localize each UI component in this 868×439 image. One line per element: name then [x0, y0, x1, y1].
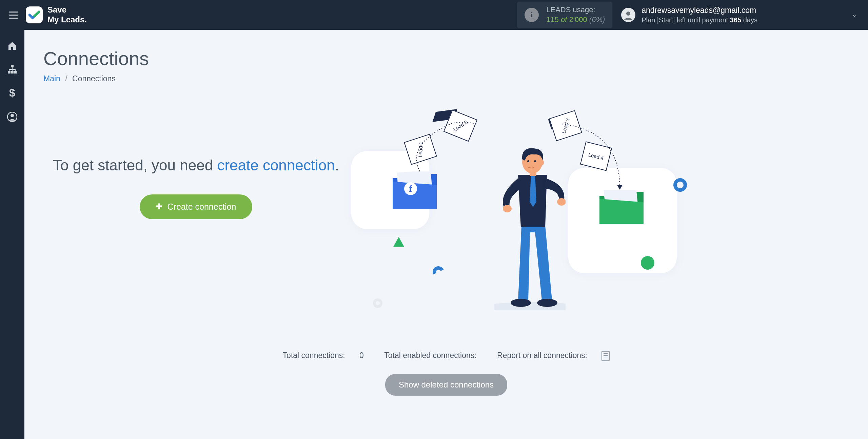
sitemap-icon[interactable] [6, 64, 18, 75]
page-title: Connections [43, 47, 849, 69]
menu-toggle[interactable] [7, 8, 20, 22]
show-deleted-button[interactable]: Show deleted connections [385, 374, 507, 396]
avatar-icon [621, 8, 635, 22]
chevron-down-icon: ⌄ [852, 12, 858, 18]
facebook-icon: f [404, 182, 417, 195]
logo-text: SaveMy Leads. [47, 5, 87, 25]
enabled-connections: Total enabled connections: [384, 351, 476, 360]
file-icon[interactable] [601, 351, 610, 361]
svg-text:$: $ [9, 88, 15, 99]
svg-point-7 [11, 114, 14, 117]
svg-point-0 [626, 12, 630, 16]
breadcrumb: Main / Connections [43, 74, 849, 83]
svg-rect-3 [11, 71, 14, 74]
sidebar: $ [0, 30, 24, 439]
plus-icon: ✚ [156, 202, 162, 211]
home-icon[interactable] [6, 40, 18, 51]
svg-point-13 [503, 205, 512, 212]
person-illustration [494, 141, 566, 310]
svg-point-12 [537, 299, 557, 307]
svg-point-14 [557, 198, 566, 206]
total-connections: Total connections: 0 [277, 351, 370, 360]
info-icon[interactable]: i [525, 8, 539, 22]
create-connection-link[interactable]: create connection [217, 157, 335, 173]
svg-point-18 [527, 160, 529, 162]
svg-rect-1 [11, 65, 14, 67]
hamburger-icon [9, 12, 18, 19]
checkmark-icon [28, 11, 40, 19]
create-connection-button[interactable]: ✚ Create connection [140, 194, 253, 219]
main-content: Connections Main / Connections To get st… [24, 30, 868, 439]
usage-label: LEADS usage: [546, 5, 605, 15]
svg-rect-2 [8, 71, 11, 74]
breadcrumb-current: Connections [72, 74, 116, 83]
report-connections: Report on all connections: [491, 351, 616, 360]
user-info: andrewsavemyleads@gmail.com Plan |Start|… [642, 5, 757, 24]
cta-text: To get started, you need create connecti… [43, 154, 349, 176]
folder-target-icon [599, 190, 644, 224]
header: SaveMy Leads. i LEADS usage: 115 of 2'00… [0, 0, 868, 30]
stats-row: Total connections: 0 Total enabled conne… [43, 351, 849, 361]
breadcrumb-main[interactable]: Main [43, 74, 60, 83]
user-icon[interactable] [6, 111, 18, 123]
user-email: andrewsavemyleads@gmail.com [642, 5, 757, 16]
svg-rect-4 [14, 71, 17, 74]
user-plan: Plan |Start| left until payment 365 days [642, 16, 757, 24]
usage-box: i LEADS usage: 115 of 2'000 (6%) [517, 2, 612, 28]
dollar-icon[interactable]: $ [6, 87, 18, 99]
svg-point-19 [534, 160, 536, 162]
user-menu[interactable]: andrewsavemyleads@gmail.com Plan |Start|… [621, 5, 858, 24]
illustration: f Lead 1 Lead 2 Lead 3 Lead 4 [349, 110, 681, 334]
svg-point-17 [540, 160, 544, 166]
logo-badge[interactable] [26, 6, 43, 23]
svg-point-11 [511, 299, 531, 307]
